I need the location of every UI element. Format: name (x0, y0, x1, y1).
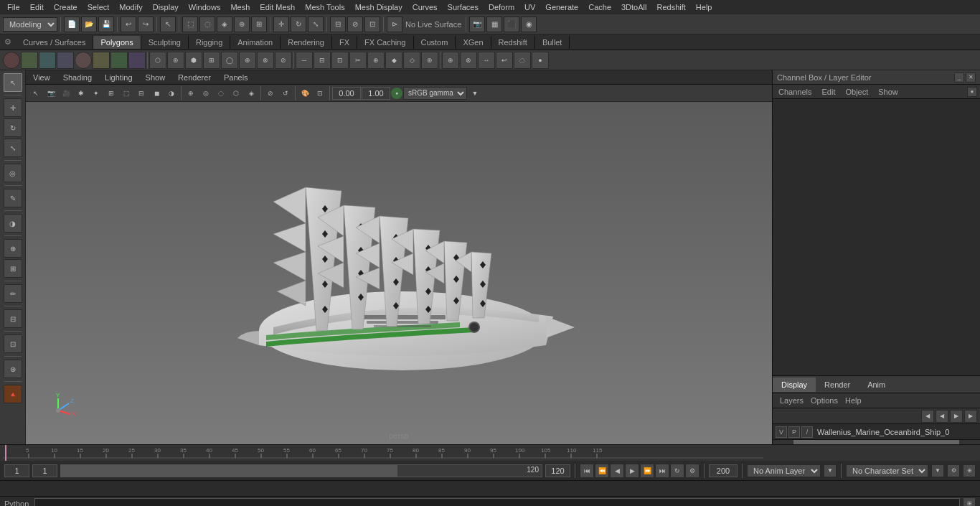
layer-visible-btn[interactable]: V (776, 426, 787, 438)
merge-btn[interactable]: ⊕ (442, 52, 459, 69)
poke-btn[interactable]: ◆ (385, 52, 402, 69)
viewport-menu-renderer[interactable]: Renderer (175, 72, 214, 83)
menu-edit-mesh[interactable]: Edit Mesh (255, 1, 299, 13)
tab-rendering[interactable]: Rendering (281, 36, 332, 49)
range-bar[interactable]: 120 (60, 464, 542, 477)
menu-edit[interactable]: Edit (26, 1, 48, 13)
loop-cut-btn[interactable]: ─ (296, 52, 313, 69)
tab-redshift[interactable]: Redshift (491, 36, 535, 49)
gamma-input[interactable] (362, 87, 390, 100)
menu-surfaces[interactable]: Surfaces (443, 1, 483, 13)
pb-settings-btn[interactable]: ⚙ (685, 464, 699, 478)
python-settings-btn[interactable]: ⊞ (963, 497, 976, 507)
menu-3dtool[interactable]: 3DtoAll (617, 1, 651, 13)
ipo-render-btn[interactable]: ◉ (521, 17, 537, 32)
cb-tab-edit[interactable]: Edit (819, 86, 838, 98)
collapse-btn[interactable]: ⊗ (460, 52, 477, 69)
boolean-btn[interactable]: ⊕ (239, 52, 256, 69)
viewport-menu-shading[interactable]: Shading (60, 72, 95, 83)
vp-cam2-btn[interactable]: 🎥 (59, 86, 73, 100)
vp-grid-btn[interactable]: ⊞ (104, 86, 118, 100)
playback-end-input[interactable] (709, 464, 738, 477)
open-scene-btn[interactable]: 📂 (81, 17, 97, 32)
vp-uv-btn[interactable]: ⊡ (313, 86, 327, 100)
render-preview-btn[interactable]: ▦ (486, 17, 502, 32)
colorspace-dropdown[interactable]: sRGB gamma (403, 87, 467, 100)
vp-select-btn[interactable]: ↖ (29, 86, 43, 100)
disp-tab-render[interactable]: Render (816, 378, 859, 392)
character-set-dropdown[interactable]: No Character Set (846, 464, 928, 477)
snap-grid-left-btn[interactable]: ⊞ (4, 259, 22, 278)
vp-ao-btn[interactable]: ◌ (214, 86, 228, 100)
sphere-btn[interactable] (3, 52, 20, 69)
transform-btn[interactable]: ⊕ (234, 17, 250, 32)
bevel-btn[interactable]: ⬢ (185, 52, 202, 69)
cb-tab-show[interactable]: Show (875, 86, 901, 98)
layers-menu-options[interactable]: Options (808, 395, 841, 406)
menu-file[interactable]: File (3, 1, 24, 13)
layer-add-btn[interactable]: ◀ (921, 410, 934, 423)
viewport-menu-show[interactable]: Show (143, 72, 169, 83)
vp-colorspace-expand-btn[interactable]: ▼ (468, 86, 482, 100)
tab-rigging[interactable]: Rigging (189, 36, 230, 49)
menu-help[interactable]: Help (692, 1, 717, 13)
vp-res-btn[interactable]: ⊕ (184, 86, 198, 100)
pb-step-back-btn[interactable]: ⏪ (595, 464, 609, 478)
fill-hole-btn[interactable]: ◯ (221, 52, 238, 69)
workspace-dropdown[interactable]: Modeling Rigging Sculpting (3, 17, 57, 32)
tab-animation[interactable]: Animation (230, 36, 281, 49)
ring-sel-btn[interactable]: ⊟ (314, 52, 331, 69)
viewport-menu-lighting[interactable]: Lighting (102, 72, 136, 83)
menu-modify[interactable]: Modify (115, 1, 146, 13)
pb-step-fwd-btn[interactable]: ⏩ (640, 464, 654, 478)
vp-colorspace-btn[interactable]: ● (391, 88, 402, 99)
menu-generate[interactable]: Generate (541, 1, 583, 13)
disp-tab-display[interactable]: Display (773, 378, 816, 392)
snap-curve-btn[interactable]: ⊘ (347, 17, 363, 32)
exposure-input[interactable] (332, 87, 361, 100)
pb-go-end-btn[interactable]: ⏭ (655, 464, 669, 478)
reverse-btn[interactable]: ↩ (496, 52, 513, 69)
menu-cache[interactable]: Cache (584, 1, 616, 13)
redo-btn[interactable]: ↪ (138, 17, 154, 32)
tab-sculpting[interactable]: Sculpting (141, 36, 189, 49)
vp-aa-btn[interactable]: ⬡ (229, 86, 243, 100)
connect-btn[interactable]: ⊕ (367, 52, 385, 69)
disk-btn[interactable] (110, 52, 128, 69)
tab-fx-caching[interactable]: FX Caching (357, 36, 413, 49)
layers-menu-help[interactable]: Help (842, 395, 864, 406)
soft-select-btn[interactable]: ◎ (4, 164, 22, 182)
render-btn[interactable]: ⬛ (504, 17, 519, 32)
layer-back-btn[interactable]: ◀ (936, 410, 948, 423)
mirror-btn[interactable]: ⬡ (149, 52, 166, 69)
prism-btn[interactable] (128, 52, 146, 69)
menu-deform[interactable]: Deform (484, 1, 519, 13)
vp-light-btn[interactable]: ◑ (164, 86, 179, 100)
bridge-btn[interactable]: ⊞ (203, 52, 220, 69)
paint-btn[interactable]: ◈ (217, 17, 232, 32)
layer-playback-btn[interactable]: P (788, 426, 800, 438)
rotate-btn[interactable]: ↻ (291, 17, 306, 32)
menu-redshift[interactable]: Redshift (652, 1, 689, 13)
scale-tool-btn[interactable]: ⤡ (4, 139, 22, 157)
cone-btn[interactable] (93, 52, 110, 69)
viewport-menu-view[interactable]: View (30, 72, 53, 83)
cylinder-btn[interactable] (39, 52, 56, 69)
panel-minimize-btn[interactable]: _ (954, 72, 964, 83)
cut-btn[interactable]: ✂ (349, 52, 367, 69)
render-left-btn[interactable]: 🔺 (4, 385, 22, 403)
vp-iso-btn[interactable]: ⊘ (263, 86, 278, 100)
cb-tab-channels[interactable]: Channels (776, 86, 814, 98)
character-set-arrow[interactable]: ▼ (931, 464, 944, 477)
pb-play-fwd-btn[interactable]: ▶ (625, 464, 639, 478)
select-btn[interactable]: ↖ (160, 17, 176, 32)
separate-btn[interactable]: ⊘ (275, 52, 292, 69)
combine-btn[interactable]: ⊗ (257, 52, 274, 69)
undo-btn[interactable]: ↩ (121, 17, 136, 32)
anim-layer-dropdown[interactable]: No Anim Layer (747, 464, 821, 477)
plane-btn[interactable] (57, 52, 74, 69)
camera-btn[interactable]: 📷 (469, 17, 485, 32)
vp-shade-btn[interactable]: ◼ (149, 86, 164, 100)
snap-point-btn[interactable]: ⊡ (364, 17, 380, 32)
settings-icon[interactable]: ⚙ (0, 35, 16, 49)
